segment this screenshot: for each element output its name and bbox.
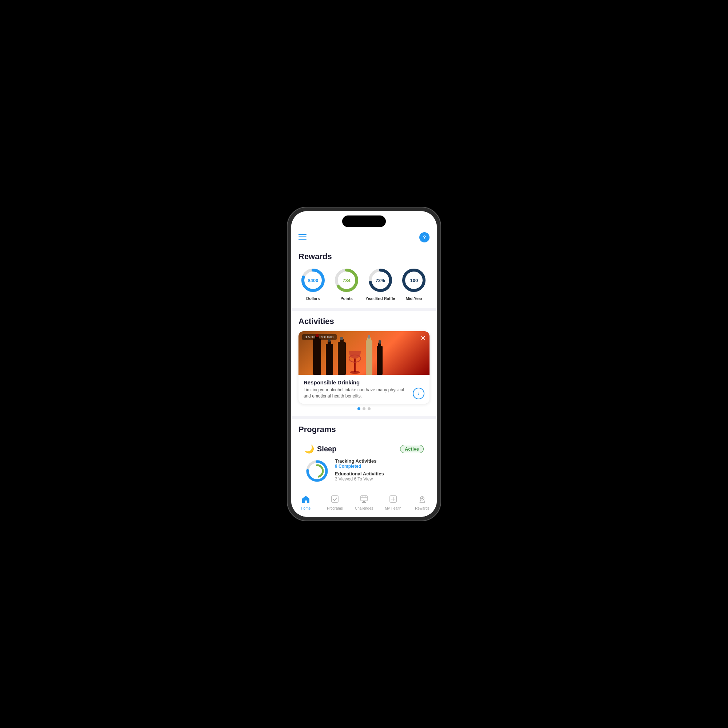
svg-rect-14 bbox=[326, 344, 333, 375]
svg-rect-0 bbox=[298, 234, 306, 235]
challenges-icon bbox=[360, 495, 368, 505]
reward-points[interactable]: 784 Points bbox=[332, 266, 361, 301]
rewards-title: Rewards bbox=[298, 252, 430, 262]
tracking-label: Tracking Activities bbox=[335, 458, 424, 464]
raffle-value: 72% bbox=[376, 278, 385, 283]
activities-section: Activities BACKGROUND ✕ bbox=[291, 311, 437, 416]
reward-midyear[interactable]: 100 Mid-Year bbox=[399, 266, 428, 301]
activity-title: Responsible Drinking bbox=[304, 379, 424, 385]
program-header: 🌙 Sleep Active bbox=[304, 444, 424, 454]
points-value: 784 bbox=[343, 278, 350, 283]
tab-my-health[interactable]: My Health bbox=[384, 495, 402, 510]
my-health-tab-label: My Health bbox=[385, 506, 401, 510]
educational-label: Educational Activities bbox=[335, 471, 424, 476]
educational-row: Educational Activities 3 Viewed 6 To Vie… bbox=[335, 471, 424, 482]
tab-challenges[interactable]: Challenges bbox=[355, 495, 373, 510]
activity-info: Responsible Drinking Limiting your alcoh… bbox=[298, 375, 430, 404]
svg-rect-32 bbox=[332, 496, 338, 502]
help-icon[interactable]: ? bbox=[419, 232, 430, 242]
activity-card-1[interactable]: BACKGROUND ✕ bbox=[298, 331, 430, 404]
moon-icon: 🌙 bbox=[304, 444, 314, 454]
carousel-dots bbox=[298, 407, 430, 410]
svg-rect-28 bbox=[379, 340, 381, 344]
activity-image: BACKGROUND ✕ bbox=[298, 331, 430, 375]
midyear-value: 100 bbox=[410, 278, 418, 283]
educational-value: 3 Viewed 6 To View bbox=[335, 476, 424, 482]
programs-section: Programs 🌙 Sleep Active bbox=[291, 419, 437, 492]
phone-screen: ? Rewards $400 bbox=[291, 211, 437, 517]
points-donut: 784 bbox=[333, 266, 360, 294]
svg-rect-26 bbox=[377, 346, 382, 375]
svg-rect-16 bbox=[328, 339, 330, 342]
svg-rect-1 bbox=[298, 237, 306, 238]
midyear-label: Mid-Year bbox=[405, 296, 422, 301]
dynamic-island bbox=[342, 216, 386, 227]
program-name: 🌙 Sleep bbox=[304, 444, 336, 454]
programs-title: Programs bbox=[298, 425, 430, 434]
svg-rect-21 bbox=[354, 359, 356, 372]
program-body: Tracking Activities 9 Completed Educatio… bbox=[304, 458, 424, 484]
svg-rect-17 bbox=[338, 342, 346, 375]
raffle-label: Year-End Raffle bbox=[366, 296, 395, 301]
raffle-donut: 72% bbox=[367, 266, 394, 294]
svg-rect-2 bbox=[298, 239, 306, 240]
dollars-label: Dollars bbox=[306, 296, 320, 301]
tab-rewards[interactable]: Rewards bbox=[413, 495, 431, 510]
activities-title: Activities bbox=[298, 317, 430, 326]
tab-programs[interactable]: Programs bbox=[326, 495, 344, 510]
dot-2 bbox=[362, 407, 366, 410]
svg-rect-25 bbox=[368, 335, 370, 338]
svg-point-38 bbox=[421, 498, 423, 499]
tab-home[interactable]: Home bbox=[297, 495, 315, 510]
svg-rect-13 bbox=[316, 334, 318, 337]
rewards-section: Rewards $400 Dollars bbox=[291, 246, 437, 308]
program-stats: Tracking Activities 9 Completed Educatio… bbox=[335, 458, 424, 484]
tracking-row: Tracking Activities 9 Completed bbox=[335, 458, 424, 469]
challenges-tab-label: Challenges bbox=[355, 506, 373, 510]
rewards-tab-label: Rewards bbox=[415, 506, 429, 510]
top-nav: ? bbox=[291, 229, 437, 246]
my-health-icon bbox=[389, 495, 397, 505]
tab-bar: Home Programs bbox=[291, 492, 437, 517]
home-icon bbox=[301, 495, 310, 505]
midyear-donut: 100 bbox=[400, 266, 428, 294]
points-label: Points bbox=[340, 296, 353, 301]
rewards-row: $400 Dollars 784 Points bbox=[298, 266, 430, 302]
tracking-value: 9 Completed bbox=[335, 464, 424, 469]
svg-rect-34 bbox=[363, 501, 365, 502]
program-sleep-card[interactable]: 🌙 Sleep Active bbox=[298, 439, 430, 489]
reward-raffle[interactable]: 72% Year-End Raffle bbox=[366, 266, 395, 301]
programs-tab-label: Programs bbox=[327, 506, 343, 510]
menu-icon[interactable] bbox=[298, 232, 306, 242]
svg-rect-35 bbox=[362, 502, 366, 503]
dollars-donut: $400 bbox=[299, 266, 327, 294]
dot-3 bbox=[368, 407, 370, 410]
svg-rect-19 bbox=[340, 337, 343, 340]
phone-frame: ? Rewards $400 bbox=[288, 208, 440, 520]
programs-icon bbox=[331, 495, 339, 505]
program-status-badge: Active bbox=[400, 445, 424, 453]
svg-rect-33 bbox=[361, 496, 367, 501]
svg-rect-11 bbox=[313, 338, 321, 375]
home-tab-label: Home bbox=[301, 506, 311, 510]
main-content: Rewards $400 Dollars bbox=[291, 246, 437, 492]
activity-description: Limiting your alcohol intake can have ma… bbox=[304, 387, 424, 399]
program-donut bbox=[304, 458, 330, 484]
program-name-label: Sleep bbox=[317, 445, 336, 453]
activity-arrow-button[interactable]: › bbox=[413, 388, 424, 399]
rewards-tab-icon bbox=[418, 495, 426, 505]
dollars-value: $400 bbox=[308, 278, 318, 283]
dot-1 bbox=[358, 407, 360, 410]
svg-rect-23 bbox=[366, 340, 372, 375]
reward-dollars[interactable]: $400 Dollars bbox=[298, 266, 327, 301]
